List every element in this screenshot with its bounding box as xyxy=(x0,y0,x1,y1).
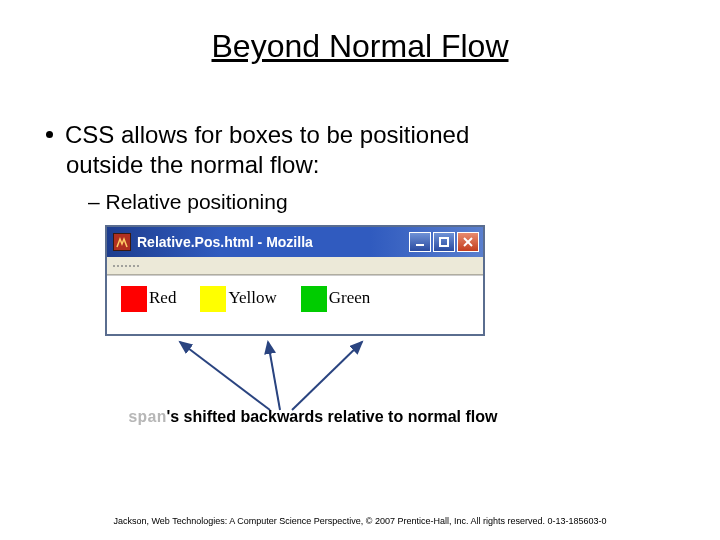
slide-footer: Jackson, Web Technologies: A Computer Sc… xyxy=(0,516,720,526)
sub-bullet: – Relative positioning xyxy=(88,190,288,214)
browser-window: Relative.Pos.html - Mozilla Red Yellow G… xyxy=(105,225,485,336)
caption-code: span xyxy=(128,409,166,427)
minimize-button[interactable] xyxy=(409,232,431,252)
slide-title: Beyond Normal Flow xyxy=(0,28,720,65)
svg-line-5 xyxy=(268,342,280,410)
window-buttons xyxy=(409,232,479,252)
window-toolbar xyxy=(107,257,483,275)
red-label: Red xyxy=(141,288,184,308)
annotation-caption: span's shifted backwards relative to nor… xyxy=(128,408,497,427)
sub-bullet-text: Relative positioning xyxy=(106,190,288,213)
main-bullet: CSS allows for boxes to be positioned ou… xyxy=(46,120,469,180)
svg-line-4 xyxy=(180,342,270,410)
maximize-button[interactable] xyxy=(433,232,455,252)
mozilla-icon xyxy=(113,233,131,251)
green-label: Green xyxy=(321,288,379,308)
svg-rect-1 xyxy=(440,238,448,246)
svg-line-6 xyxy=(292,342,362,410)
bullet-line1: CSS allows for boxes to be positioned xyxy=(65,121,469,148)
close-button[interactable] xyxy=(457,232,479,252)
window-content: Red Yellow Green xyxy=(107,275,483,334)
caption-rest: 's shifted backwards relative to normal … xyxy=(166,408,497,425)
annotation-arrows xyxy=(140,336,480,416)
bullet-dot xyxy=(46,131,53,138)
window-title: Relative.Pos.html - Mozilla xyxy=(137,234,409,250)
bullet-line2: outside the normal flow: xyxy=(66,150,469,180)
yellow-label: Yellow xyxy=(220,288,284,308)
window-titlebar: Relative.Pos.html - Mozilla xyxy=(107,227,483,257)
